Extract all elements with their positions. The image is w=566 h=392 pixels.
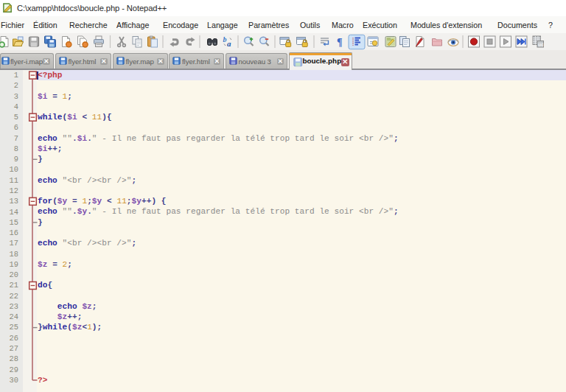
svg-text:b: b [223, 35, 227, 43]
svg-text:¶: ¶ [337, 37, 343, 48]
svg-text:uc: uc [538, 42, 544, 47]
svg-text:a: a [227, 39, 231, 48]
